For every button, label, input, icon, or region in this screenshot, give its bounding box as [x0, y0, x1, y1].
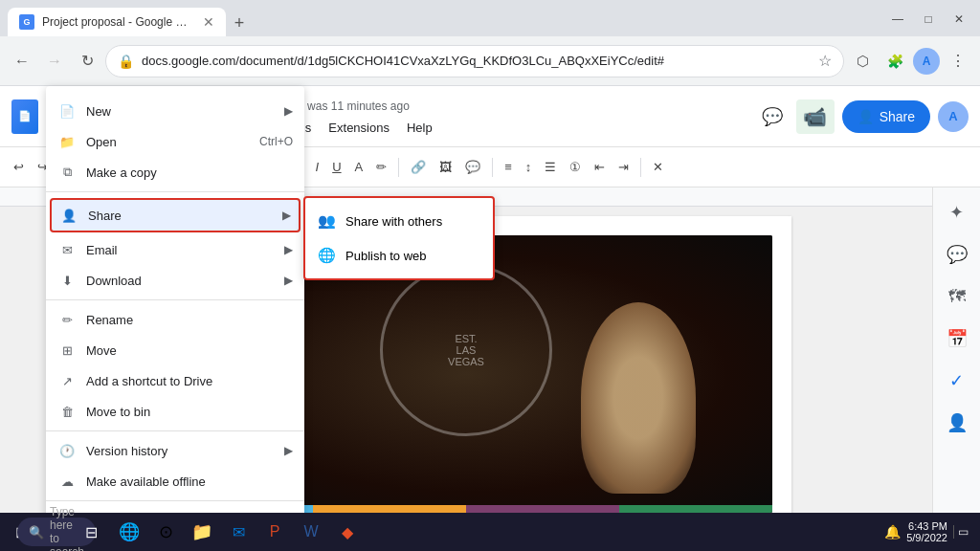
menu-item-new[interactable]: New ▶: [46, 96, 304, 126]
italic-button[interactable]: I: [310, 154, 325, 181]
maps-icon[interactable]: 🗺: [940, 279, 974, 314]
email-arrow: ▶: [284, 243, 293, 256]
extensions-button[interactable]: 🧩: [880, 47, 909, 76]
indent-button[interactable]: ⇥: [612, 154, 635, 181]
taskbar-word-icon[interactable]: W: [295, 516, 327, 548]
bookmark-icon[interactable]: ☆: [818, 52, 832, 70]
user-avatar[interactable]: A: [938, 101, 969, 132]
clear-format-button[interactable]: ✕: [647, 154, 669, 181]
menu-item-make-copy[interactable]: Make a copy: [46, 157, 304, 187]
history-icon: [57, 441, 77, 460]
shortcut-icon: [57, 371, 77, 390]
menu-item-download[interactable]: Download ▶: [46, 265, 304, 296]
taskbar-powerpoint-icon[interactable]: P: [258, 516, 291, 548]
menu-open-label: Open: [86, 135, 250, 149]
profile-avatar[interactable]: A: [913, 48, 940, 75]
line-spacing-button[interactable]: ↕: [520, 154, 538, 181]
active-tab[interactable]: G Project proposal - Google Docs ✕: [8, 8, 226, 36]
taskbar-mail-icon[interactable]: ✉: [222, 516, 255, 548]
undo-button[interactable]: ↩: [8, 154, 30, 181]
taskbar-notifications-icon[interactable]: 🔔: [884, 524, 901, 540]
window-controls: — □ ✕: [884, 6, 972, 33]
taskbar-files-icon[interactable]: 📁: [186, 516, 218, 548]
text-color-button[interactable]: A: [349, 154, 369, 181]
menu-history-label: Version history: [86, 444, 275, 458]
taskbar-chrome-icon[interactable]: ⊙: [149, 516, 182, 548]
right-panel: ✦ 💬 🗺 📅 ✓ 👤 +: [932, 187, 980, 551]
clock-time: 6:43 PM: [906, 520, 947, 532]
comments-icon[interactable]: 💬: [940, 237, 974, 272]
maximize-button[interactable]: □: [915, 6, 942, 33]
tasks-icon[interactable]: ✓: [940, 364, 974, 398]
share-button[interactable]: 👤 Share: [842, 100, 930, 133]
back-button[interactable]: ←: [8, 47, 36, 76]
show-desktop-icon[interactable]: ▭: [953, 525, 969, 539]
minimize-button[interactable]: —: [884, 6, 911, 33]
taskbar-pinned-icons: 🌐 ⊙ 📁 ✉ P W ◆: [113, 516, 364, 548]
reload-button[interactable]: ↻: [73, 47, 101, 76]
image-button[interactable]: 🖼: [434, 154, 457, 181]
menu-download-label: Download: [86, 274, 275, 288]
meet-button[interactable]: 📹: [796, 99, 835, 134]
cast-button[interactable]: ⬡: [848, 47, 877, 76]
menu-move-label: Move: [86, 343, 293, 358]
taskbar: ⊞ 🔍 Type here to search ⊟ 🌐 ⊙ 📁 ✉ P W ◆ …: [0, 513, 980, 551]
file-menu-section-2: Share ▶ Email ▶ Download ▶: [46, 192, 304, 300]
nav-right: ⬡ 🧩 A ⋮: [848, 47, 972, 76]
new-arrow: ▶: [284, 104, 293, 118]
outdent-button[interactable]: ⇤: [589, 154, 611, 181]
comment-button[interactable]: 💬: [459, 154, 486, 181]
menu-item-share[interactable]: Share ▶: [50, 198, 301, 232]
offline-icon: [57, 472, 77, 491]
menu-extensions[interactable]: Extensions: [321, 119, 397, 137]
history-arrow: ▶: [284, 444, 293, 457]
address-bar[interactable]: 🔒 docs.google.com/document/d/1dg5lCKCHOI…: [105, 45, 844, 77]
close-button[interactable]: ✕: [946, 6, 972, 33]
separator-5: [492, 158, 493, 177]
share-icon: 👤: [858, 109, 874, 124]
link-button[interactable]: 🔗: [405, 154, 432, 181]
folder-icon: [57, 132, 77, 151]
taskbar-extra-icon[interactable]: ◆: [331, 516, 364, 548]
settings-button[interactable]: ⋮: [944, 47, 972, 76]
taskbar-search[interactable]: 🔍 Type here to search: [40, 516, 73, 548]
concert-logo: EST.LASVEGAS: [380, 264, 552, 436]
new-tab-button[interactable]: +: [226, 10, 253, 36]
menu-item-open[interactable]: Open Ctrl+O: [46, 126, 304, 157]
menu-item-rename[interactable]: Rename: [46, 304, 304, 335]
list-button[interactable]: ☰: [539, 154, 562, 181]
publish-to-web-item[interactable]: 🌐 Publish to web: [305, 238, 493, 273]
share-submenu: 👥 Share with others 🌐 Publish to web: [303, 196, 495, 280]
clock-date: 5/9/2022: [906, 532, 947, 543]
tab-bar: G Project proposal - Google Docs ✕ + — □…: [0, 0, 980, 36]
menu-help[interactable]: Help: [399, 119, 440, 137]
docs-favicon: 📄: [11, 98, 42, 136]
underline-button[interactable]: U: [326, 154, 346, 181]
docs-app-icon: 📄: [11, 99, 38, 134]
tab-close-button[interactable]: ✕: [203, 14, 214, 30]
highlight-button[interactable]: ✏: [370, 154, 392, 181]
menu-item-add-shortcut[interactable]: Add a shortcut to Drive: [46, 365, 304, 396]
numbered-list-button[interactable]: ①: [564, 154, 587, 181]
menu-item-offline[interactable]: Make available offline: [46, 466, 304, 496]
menu-item-move-to-bin[interactable]: Move to bin: [46, 396, 304, 427]
open-shortcut: Ctrl+O: [259, 135, 293, 148]
search-icon: 🔍: [29, 525, 44, 540]
menu-item-email[interactable]: Email ▶: [46, 234, 304, 265]
chat-button[interactable]: 💬: [756, 100, 789, 133]
share-with-others-item[interactable]: 👥 Share with others: [305, 204, 493, 238]
new-icon: [57, 101, 77, 121]
contacts-icon[interactable]: 👤: [940, 406, 974, 440]
share-with-others-icon: 👥: [317, 211, 336, 231]
rename-icon: [57, 310, 77, 329]
menu-item-version-history[interactable]: Version history ▶: [46, 435, 304, 466]
task-view-button[interactable]: ⊟: [75, 516, 107, 548]
smart-assist-icon[interactable]: ✦: [940, 195, 974, 230]
share-with-others-label: Share with others: [345, 214, 442, 229]
taskbar-edge-icon[interactable]: 🌐: [113, 516, 145, 548]
calendar-icon[interactable]: 📅: [940, 321, 974, 356]
menu-item-move[interactable]: Move: [46, 335, 304, 365]
forward-button[interactable]: →: [40, 47, 69, 76]
tab-title: Project proposal - Google Docs: [42, 15, 195, 29]
align-button[interactable]: ≡: [499, 154, 518, 181]
